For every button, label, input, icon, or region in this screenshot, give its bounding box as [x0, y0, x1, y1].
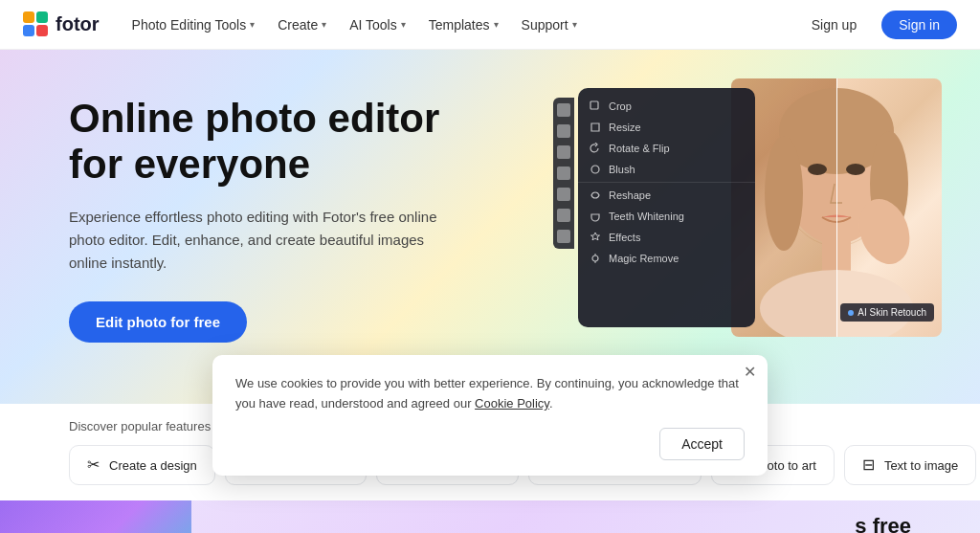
svg-point-5 — [591, 166, 599, 173]
panel-item-magic-remove[interactable]: Magic Remove — [578, 248, 755, 269]
chevron-down-icon: ▾ — [250, 19, 255, 30]
chevron-down-icon: ▾ — [401, 19, 406, 30]
feature-card-text-to-image[interactable]: ⊟ Text to image — [844, 445, 976, 485]
text-to-image-icon: ⊟ — [862, 457, 875, 473]
nav-actions: Sign up Sign in — [796, 11, 957, 39]
edit-photo-button[interactable]: Edit photo for free — [69, 301, 247, 343]
chevron-down-icon: ▾ — [572, 19, 577, 30]
ai-retouch-badge: AI Skin Retouch — [840, 303, 934, 322]
nav-photo-editing[interactable]: Photo Editing Tools ▾ — [122, 11, 265, 38]
badge-dot — [848, 310, 854, 316]
effects-icon — [590, 232, 601, 243]
toolbar-icon-3[interactable] — [557, 145, 570, 159]
nav-ai-tools[interactable]: AI Tools ▾ — [340, 11, 415, 38]
bottom-heading: s free — [855, 514, 911, 533]
svg-rect-2 — [23, 25, 34, 36]
nav-items: Photo Editing Tools ▾ Create ▾ AI Tools … — [122, 11, 789, 38]
cookie-policy-link[interactable]: Cookie Policy — [475, 396, 549, 411]
navbar: fotor Photo Editing Tools ▾ Create ▾ AI … — [0, 0, 980, 50]
panel-item-effects[interactable]: Effects — [578, 227, 755, 248]
toolbar-icon-1[interactable] — [557, 103, 570, 117]
editor-panel: Crop Resize Rotate & Flip Blush Res — [578, 88, 755, 327]
hero-subtitle: Experience effortless photo editing with… — [69, 206, 452, 275]
panel-item-resize[interactable]: Resize — [578, 117, 755, 138]
cookie-text: We use cookies to provide you with bette… — [235, 374, 745, 414]
svg-rect-1 — [36, 11, 48, 23]
panel-item-teeth[interactable]: Teeth Whitening — [578, 206, 755, 227]
reshape-icon — [590, 189, 601, 201]
editor-mockup: Crop Resize Rotate & Flip Blush Res — [578, 78, 942, 356]
panel-item-crop[interactable]: Crop — [578, 96, 755, 117]
svg-rect-3 — [36, 25, 48, 36]
chevron-down-icon: ▾ — [322, 19, 326, 30]
panel-item-reshape[interactable]: Reshape — [578, 185, 755, 206]
blush-icon — [590, 164, 601, 175]
hero-title: Online photo editor for everyone — [69, 96, 459, 189]
svg-point-6 — [592, 255, 598, 261]
logo-icon — [23, 11, 50, 38]
nav-create[interactable]: Create ▾ — [268, 11, 336, 38]
svg-rect-4 — [590, 101, 598, 109]
rotate-icon — [590, 143, 601, 154]
bottom-section: s free A wide range of photo editing too… — [0, 500, 980, 533]
toolbar-icon-4[interactable] — [557, 167, 570, 180]
cookie-actions: Accept — [235, 428, 745, 460]
teeth-icon — [590, 211, 601, 222]
toolbar-icon-6[interactable] — [557, 209, 570, 222]
cookie-banner: ✕ We use cookies to provide you with bet… — [212, 355, 768, 476]
crop-icon — [590, 100, 601, 112]
signin-button[interactable]: Sign in — [881, 11, 957, 39]
panel-toolbar — [553, 98, 574, 249]
svg-rect-0 — [23, 11, 34, 23]
logo[interactable]: fotor — [23, 11, 100, 38]
hero-image-area: Crop Resize Rotate & Flip Blush Res — [578, 78, 942, 356]
panel-item-blush[interactable]: Blush — [578, 159, 755, 180]
hero-content: Online photo editor for everyone Experie… — [0, 50, 498, 343]
toolbar-icon-5[interactable] — [557, 188, 570, 201]
cookie-close-button[interactable]: ✕ — [744, 365, 756, 380]
brand-name: fotor — [56, 13, 100, 35]
woman-photo: AI Skin Retouch — [731, 78, 942, 337]
chevron-down-icon: ▾ — [494, 19, 499, 30]
feature-card-create-design[interactable]: ✂ Create a design — [69, 445, 215, 485]
accept-button[interactable]: Accept — [659, 428, 745, 460]
resize-icon — [590, 122, 601, 133]
toolbar-icon-7[interactable] — [557, 230, 570, 243]
magic-icon — [590, 253, 601, 264]
hero-section: Online photo editor for everyone Experie… — [0, 50, 980, 404]
panel-item-rotate[interactable]: Rotate & Flip — [578, 138, 755, 159]
panel-divider — [578, 182, 755, 183]
nav-templates[interactable]: Templates ▾ — [419, 11, 508, 38]
nav-support[interactable]: Support ▾ — [512, 11, 587, 38]
svg-point-17 — [846, 164, 865, 175]
signup-button[interactable]: Sign up — [796, 11, 872, 39]
create-design-icon: ✂ — [87, 457, 100, 473]
photo-divider — [836, 78, 837, 337]
bottom-left-image — [0, 500, 191, 533]
svg-point-16 — [808, 164, 827, 175]
toolbar-icon-2[interactable] — [557, 124, 570, 138]
